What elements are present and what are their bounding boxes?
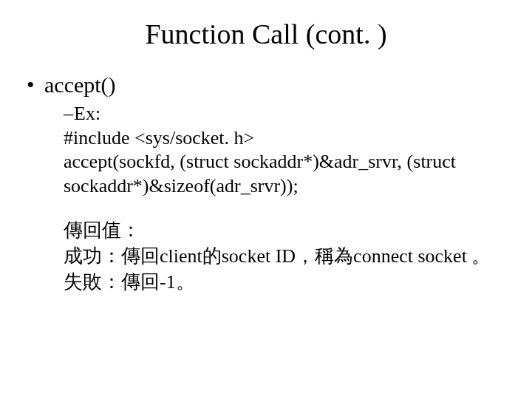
return-fail: 失敗：傳回-1。 [64, 269, 510, 295]
example-label-line: –Ex: [64, 102, 510, 126]
slide-title: Function Call (cont. ) [22, 18, 510, 50]
bullet-accept: •accept() [27, 72, 510, 98]
example-block: –Ex: #include <sys/socket. h> accept(soc… [64, 102, 510, 198]
include-line: #include <sys/socket. h> [64, 126, 510, 151]
spacer [22, 198, 510, 217]
return-block: 傳回值： 成功：傳回client的socket ID，稱為connect soc… [64, 217, 510, 295]
return-success: 成功：傳回client的socket ID，稱為connect socket 。 [64, 243, 510, 269]
bullet-text: accept() [44, 72, 116, 97]
return-heading: 傳回值： [64, 217, 510, 243]
bullet-dot-icon: • [27, 72, 44, 98]
example-label: Ex: [74, 103, 100, 124]
dash-icon: – [64, 102, 74, 126]
slide: Function Call (cont. ) •accept() –Ex: #i… [0, 0, 532, 399]
code-line: accept(sockfd, (struct sockaddr*)&adr_sr… [64, 150, 510, 198]
